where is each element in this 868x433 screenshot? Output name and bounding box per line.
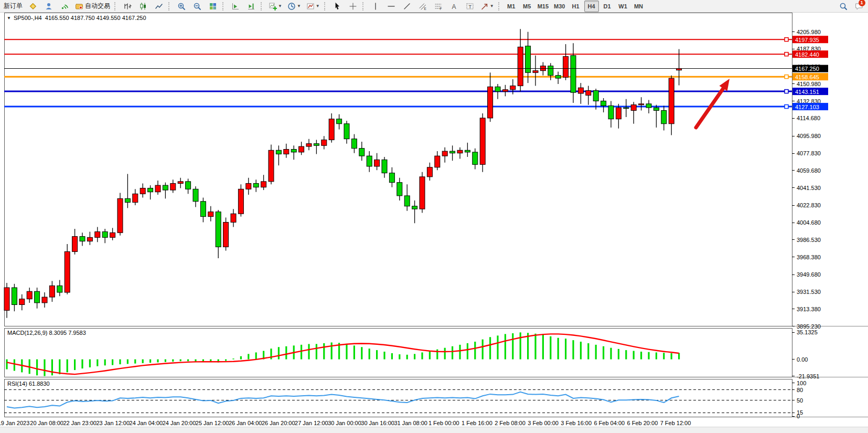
arrows-icon (480, 2, 489, 10)
gold-button[interactable] (26, 1, 40, 12)
cursor-button[interactable] (330, 1, 345, 12)
macd-plot (7, 332, 679, 376)
price-tick-label: 4095.980 (797, 133, 821, 139)
time-tick-label: 24 Jan 20:00 (163, 420, 196, 426)
cursor-icon (333, 2, 341, 10)
price-tick-label: 4059.680 (797, 167, 821, 174)
bar-chart-icon (123, 2, 132, 10)
time-tick-label: 25 Jan 12:00 (196, 420, 229, 426)
new-order-button[interactable]: 新订单 (2, 1, 25, 12)
crosshair-button[interactable] (346, 1, 360, 12)
period-d1-button[interactable]: D1 (600, 1, 615, 12)
svg-text:4127.103: 4127.103 (795, 104, 819, 110)
price-line-handle[interactable] (785, 105, 788, 109)
toolbar-separator (114, 2, 118, 10)
channel-button[interactable]: E (415, 1, 430, 12)
period-mn-label: MN (634, 3, 643, 9)
timeframes-button[interactable]: ▼ (285, 1, 303, 12)
chart-collapse-icon[interactable]: ▼ (7, 16, 11, 20)
candle-chart-button[interactable] (136, 1, 151, 12)
fibonacci-button[interactable]: F (431, 1, 446, 12)
time-tick-label: 19 Jan 2023 (0, 420, 29, 426)
zoom-in-button[interactable] (174, 1, 189, 12)
period-m15-label: M15 (538, 3, 549, 9)
time-tick-label: 7 Feb 12:00 (660, 420, 691, 426)
indicators-button[interactable]: ▼ (266, 1, 284, 12)
clock-icon (287, 2, 296, 10)
chart-shift-button[interactable] (244, 1, 259, 12)
period-m1-label: M1 (507, 3, 515, 9)
vertical-line-icon (371, 2, 380, 10)
chart-window: ▼SP500-,H4 4165.550 4187.750 4149.550 41… (0, 13, 868, 427)
trend-line-icon (403, 2, 411, 10)
period-h1-button[interactable]: H1 (569, 1, 583, 12)
toolbar-separator (261, 2, 264, 10)
chat-button[interactable]: 1 (852, 1, 866, 12)
horizontal-line-button[interactable] (384, 1, 399, 12)
bar-chart-button[interactable] (120, 1, 135, 12)
chart-canvas[interactable]: 4205.9804187.8304169.1304150.9804132.830… (0, 13, 868, 427)
price-line-handle[interactable] (785, 90, 788, 93)
period-m30-button[interactable]: M30 (552, 1, 567, 12)
period-m1-button[interactable]: M1 (504, 1, 519, 12)
rsi-axis-label: 0 (797, 413, 800, 419)
trend-arrow-annotation[interactable] (696, 79, 730, 128)
svg-text:E: E (424, 6, 426, 10)
tile-windows-button[interactable] (206, 1, 220, 12)
zoom-out-button[interactable] (190, 1, 205, 12)
price-tick-label: 4205.980 (797, 29, 821, 35)
chevron-down-icon[interactable]: ▼ (278, 4, 282, 8)
time-tick-label: 1 Feb 00:00 (428, 420, 459, 426)
price-line-handle[interactable] (785, 38, 788, 41)
svg-text:4143.151: 4143.151 (795, 89, 819, 95)
period-m15-button[interactable]: M15 (535, 1, 551, 12)
search-button[interactable] (836, 1, 851, 12)
period-mn-button[interactable]: MN (631, 1, 646, 12)
templates-button[interactable]: ▼ (304, 1, 322, 12)
chevron-down-icon[interactable]: ▼ (490, 4, 494, 8)
trend-line-button[interactable] (400, 1, 414, 12)
time-tick-label: 31 Jan 08:00 (394, 420, 427, 426)
period-w1-button[interactable]: W1 (616, 1, 630, 12)
chevron-down-icon[interactable]: ▼ (316, 4, 320, 8)
price-line-handle[interactable] (785, 52, 788, 56)
macd-axis-label: -21.9351 (797, 373, 819, 379)
toolbar-separator (362, 2, 366, 10)
price-tick-label: 4150.980 (797, 81, 821, 87)
auto-scroll-button[interactable] (228, 1, 243, 12)
price-tick-label: 4041.530 (797, 185, 821, 191)
rsi-indicator-label: RSI(14) 61.8830 (7, 381, 50, 387)
line-chart-button[interactable] (152, 1, 166, 12)
tile-windows-icon (209, 2, 217, 10)
profile-button[interactable] (41, 1, 56, 12)
period-m5-button[interactable]: M5 (520, 1, 534, 12)
text-label-button[interactable]: T (463, 1, 477, 12)
profile-icon (45, 2, 53, 10)
auto-trading-label: 自动交易 (85, 2, 110, 10)
price-tick-label: 3913.380 (797, 306, 821, 312)
time-tick-label: 30 Jan 00:00 (328, 420, 361, 426)
signal-button[interactable] (57, 1, 72, 12)
time-tick-label: 23 Jan 12:00 (96, 420, 130, 426)
price-tick-label: 4077.830 (797, 150, 821, 156)
notification-badge: 1 (859, 0, 865, 6)
auto-trading-button[interactable]: 自动交易 (73, 1, 112, 12)
rsi-plot (4, 390, 792, 413)
price-tick-label: 3931.530 (797, 289, 821, 295)
macd-indicator-label: MACD(12,26,9) 8.3095 7.9583 (7, 330, 86, 336)
time-tick-label: 30 Jan 16:00 (361, 420, 394, 426)
text-button[interactable]: A (447, 1, 462, 12)
price-axis[interactable]: 4205.9804187.8304169.1304150.9804132.830… (792, 29, 821, 419)
price-tick-label: 3949.680 (797, 271, 821, 278)
fibonacci-icon: F (434, 2, 443, 10)
autotrade-icon (75, 2, 83, 10)
macd-axis-label: 35.1325 (797, 329, 818, 335)
vertical-line-button[interactable] (368, 1, 383, 12)
period-h4-button[interactable]: H4 (584, 1, 599, 12)
time-axis[interactable]: 19 Jan 202320 Jan 08:0022 Jan 23:0023 Ja… (0, 420, 691, 426)
time-tick-label: 6 Feb 04:00 (594, 420, 625, 426)
price-line-handle[interactable] (785, 75, 788, 79)
chevron-down-icon[interactable]: ▼ (297, 4, 301, 8)
arrows-button[interactable]: ▼ (478, 1, 496, 12)
time-tick-label: 2 Feb 08:00 (495, 420, 526, 426)
